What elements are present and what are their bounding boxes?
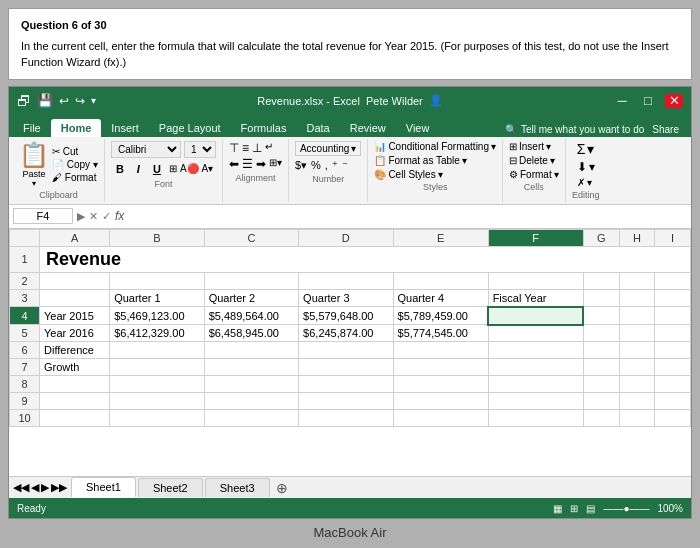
cell-g5[interactable] (583, 325, 619, 342)
cell-f8[interactable] (488, 376, 583, 393)
format-button[interactable]: ⚙ Format ▾ (509, 169, 559, 180)
format-as-table-button[interactable]: 📋 Format as Table ▾ (374, 155, 496, 166)
cell-a8[interactable] (40, 376, 110, 393)
cell-h5[interactable] (619, 325, 655, 342)
cell-h6[interactable] (619, 342, 655, 359)
tab-file[interactable]: File (13, 119, 51, 137)
cell-i4[interactable] (655, 307, 691, 325)
tab-insert[interactable]: Insert (101, 119, 149, 137)
delete-button[interactable]: ⊟ Delete ▾ (509, 155, 559, 166)
cell-f5[interactable] (488, 325, 583, 342)
cell-i5[interactable] (655, 325, 691, 342)
cell-c3[interactable]: Quarter 2 (204, 289, 298, 307)
comma-button[interactable]: , (325, 159, 328, 171)
cell-a5[interactable]: Year 2016 (40, 325, 110, 342)
tab-view[interactable]: View (396, 119, 440, 137)
tell-me[interactable]: 🔍 Tell me what you want to do (505, 124, 644, 137)
cell-c2[interactable] (204, 272, 298, 289)
col-header-g[interactable]: G (583, 229, 619, 246)
col-header-c[interactable]: C (204, 229, 298, 246)
wrap-text-button[interactable]: ↵ (265, 141, 273, 155)
cell-i7[interactable] (655, 359, 691, 376)
col-header-d[interactable]: D (299, 229, 393, 246)
cell-c8[interactable] (204, 376, 298, 393)
fill-color-button[interactable]: A🔴 (180, 163, 199, 174)
view-page-layout-icon[interactable]: ⊞ (570, 503, 578, 514)
sheet-nav-last[interactable]: ▶▶ (51, 481, 67, 494)
clear-button[interactable]: ✗ ▾ (577, 177, 595, 188)
cell-d4[interactable]: $5,579,648.00 (299, 307, 393, 325)
cell-e8[interactable] (393, 376, 488, 393)
cell-b4[interactable]: $5,469,123.00 (110, 307, 204, 325)
cell-h3[interactable] (619, 289, 655, 307)
cell-e10[interactable] (393, 410, 488, 427)
cell-i2[interactable] (655, 272, 691, 289)
paste-button[interactable]: 📋 Paste ▾ (19, 141, 49, 188)
cell-b9[interactable] (110, 393, 204, 410)
col-header-i[interactable]: I (655, 229, 691, 246)
cell-g7[interactable] (583, 359, 619, 376)
sheet-tab-sheet2[interactable]: Sheet2 (138, 478, 203, 497)
cell-f7[interactable] (488, 359, 583, 376)
redo-btn[interactable]: ↪ (75, 94, 85, 108)
col-header-b[interactable]: B (110, 229, 204, 246)
number-format-select[interactable]: Accounting ▾ (295, 141, 361, 156)
align-right-button[interactable]: ➡ (256, 157, 266, 171)
restore-button[interactable]: □ (639, 94, 657, 108)
align-left-button[interactable]: ⬅ (229, 157, 239, 171)
cell-i8[interactable] (655, 376, 691, 393)
cell-f3[interactable]: Fiscal Year (488, 289, 583, 307)
tab-formulas[interactable]: Formulas (231, 119, 297, 137)
fill-button[interactable]: ⬇ ▾ (577, 160, 595, 174)
cell-f10[interactable] (488, 410, 583, 427)
currency-button[interactable]: $▾ (295, 159, 307, 172)
cell-e6[interactable] (393, 342, 488, 359)
cell-g6[interactable] (583, 342, 619, 359)
cell-c4[interactable]: $5,489,564.00 (204, 307, 298, 325)
cell-f2[interactable] (488, 272, 583, 289)
font-size-select[interactable]: 11 (184, 141, 216, 158)
align-top-button[interactable]: ⊤ (229, 141, 239, 155)
cell-b2[interactable] (110, 272, 204, 289)
insert-button[interactable]: ⊞ Insert ▾ (509, 141, 559, 152)
cell-a4[interactable]: Year 2015 (40, 307, 110, 325)
decrease-decimal-button[interactable]: ⁻ (342, 159, 348, 172)
col-header-e[interactable]: E (393, 229, 488, 246)
cell-a6[interactable]: Difference (40, 342, 110, 359)
cell-e2[interactable] (393, 272, 488, 289)
align-middle-button[interactable]: ≡ (242, 141, 249, 155)
cell-g8[interactable] (583, 376, 619, 393)
cell-f4[interactable] (488, 307, 583, 325)
cell-b6[interactable] (110, 342, 204, 359)
tab-page-layout[interactable]: Page Layout (149, 119, 231, 137)
zoom-slider[interactable]: ——●—— (603, 503, 649, 514)
cell-reference-input[interactable] (13, 208, 73, 224)
cell-e5[interactable]: $5,774,545.00 (393, 325, 488, 342)
view-page-break-icon[interactable]: ▤ (586, 503, 595, 514)
font-color-button[interactable]: A▾ (202, 163, 214, 174)
share-button[interactable]: Share (644, 122, 687, 137)
col-header-h[interactable]: H (619, 229, 655, 246)
cell-a10[interactable] (40, 410, 110, 427)
cell-c6[interactable] (204, 342, 298, 359)
cell-d6[interactable] (299, 342, 393, 359)
function-expand-icon[interactable]: ▶ (77, 210, 85, 223)
sheet-nav-prev[interactable]: ◀ (31, 481, 39, 494)
sheet-nav-next[interactable]: ▶ (41, 481, 49, 494)
border-button[interactable]: ⊞ (169, 163, 177, 174)
cell-d9[interactable] (299, 393, 393, 410)
cancel-entry-icon[interactable]: ✕ (89, 210, 98, 223)
format-painter-button[interactable]: 🖌 Format (52, 172, 98, 183)
cell-a3[interactable] (40, 289, 110, 307)
undo-btn[interactable]: ↩ (59, 94, 69, 108)
cell-a7[interactable]: Growth (40, 359, 110, 376)
cell-b8[interactable] (110, 376, 204, 393)
cell-g3[interactable] (583, 289, 619, 307)
font-name-select[interactable]: Calibri (111, 141, 181, 158)
cell-g10[interactable] (583, 410, 619, 427)
cell-d8[interactable] (299, 376, 393, 393)
cell-h7[interactable] (619, 359, 655, 376)
cell-e4[interactable]: $5,789,459.00 (393, 307, 488, 325)
add-sheet-button[interactable]: ⊕ (272, 479, 292, 497)
percent-button[interactable]: % (311, 159, 321, 171)
